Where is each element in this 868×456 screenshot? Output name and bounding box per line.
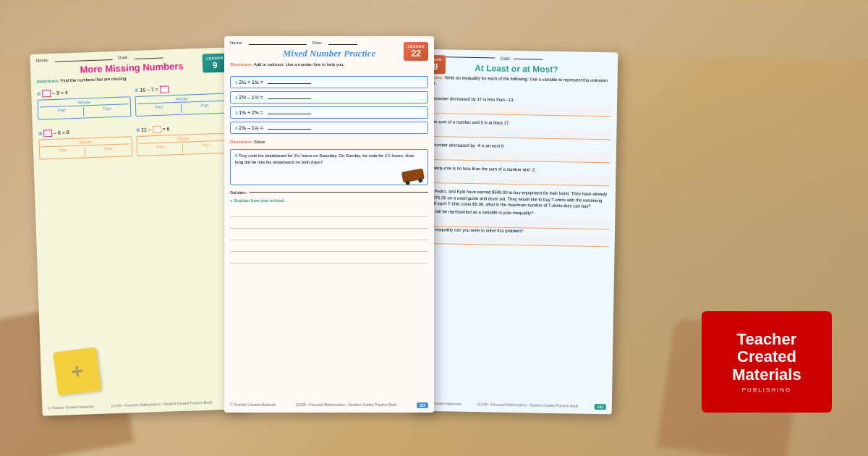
pw-box-2: Whole Part Part [135,93,229,116]
lesson-num-m: 22 [407,48,425,59]
name-line [54,56,112,62]
frac-problem-4: 4 2¾ – 1¼ = [230,122,428,134]
ws-middle-directions2: Directions: Solve. [224,140,434,145]
copyright-left: © Teacher Created Materials [48,404,94,411]
wl-5 [230,253,428,263]
worksheet-right: LESSON 19 Name: Date: At Least or at Mos… [409,49,618,415]
eq-1-text: – 9 = 4 [52,90,68,96]
ws-middle-header: Name: Date: LESSON 22 Mixed Number Pract… [224,36,434,73]
problem-2: ② 15 – 7 = Whole Part Part [135,83,229,116]
name-label: Name: [36,58,49,63]
ws-middle-footer: © Teacher Created Materials 21205—Focuse… [224,402,434,408]
tcm-line3: Materials [732,366,801,384]
ineq-2: 2 The sum of a number and 5 is at least … [420,117,610,140]
explain-text: Explain how you solved. [234,198,285,203]
missing-grid: ① – 9 = 4 Whole Part Part [31,83,236,160]
ineq-ans-1 [420,103,611,117]
eq-3: ③ – 8 = 8 [38,127,132,137]
copyright-m: © Teacher Created Materials [230,402,276,408]
fp-num-4: 4 [235,126,237,130]
lesson-badge-middle: LESSON 22 [404,42,428,61]
directions-bold-m: Directions: [230,62,252,67]
eq-4-text: 11 – [141,127,151,132]
ws-right-name-date: LESSON 19 Name: Date: [421,54,612,63]
skateboard-icon [401,168,425,182]
pw-part-4b: Part [184,142,228,152]
fp-eq-2: 2½ – 1½ = [239,95,264,100]
ws-middle-name-date: Name: Date: [230,41,428,45]
doodle-plus [53,347,101,396]
ineq-ans-2 [420,126,610,140]
date-row: Date: [501,56,542,62]
subtitle-left: 21202—Focused Mathematics—Student Guided… [111,400,212,410]
ineq-3: 3 A number decreased by -4 is at most 9. [420,140,610,163]
tcm-line1: Teacher [732,331,801,348]
problem-3: ③ – 8 = 8 Whole Part Part [38,127,132,159]
subtitle-r: 21208—Focused Mathematics—Student Guided… [477,402,578,409]
pw-box-4: Whole Part Part [136,132,230,156]
frac-problem-3: 3 1⅜ + 2⅝ = [230,106,428,119]
ineq-text-4: Twenty-one is no less than the sum of a … [429,166,536,172]
pw-parts-1: Part Part [40,106,129,117]
ineq-text-5: Li, Pedro, and Kyle have earned $500.00 … [419,189,607,208]
ws-right-header: LESSON 19 Name: Date: At Least or at Mos… [414,49,618,95]
pw-box-3: Whole Part Part [38,136,132,159]
ineq-1: 1 A number decreased by 17 is less than … [420,94,611,117]
story-problem: 5 Troy rode his skateboard for 2¼ hours … [230,149,428,185]
ineq-4: 4 Twenty-one is no less than the sum of … [419,164,610,186]
page-num-r: 132 [594,404,605,410]
worksheet-left: Name: Date: LESSON 9 More Missing Number… [30,47,244,415]
fp-num-3: 3 [235,111,237,115]
eq-2-text: 15 – 7 = [140,87,158,93]
solution-label: Solution: [230,190,247,195]
pw-part-1a: Part [40,107,84,117]
eq-4: ④ 11 – = 6 [136,123,229,133]
pw-part-3a: Part [41,147,85,157]
tcm-line2: Created [732,348,801,366]
ineq-text-3: A number decreased by -4 is at most 9. [429,143,504,148]
ws-right-directions: Directions: Write an inequality for each… [420,75,611,90]
ws-left-header: Name: Date: LESSON 9 More Missing Number… [30,47,234,90]
fp-ans-4 [268,129,311,130]
p1-num: ① [37,91,41,96]
directions-text-r: Write an inequality for each of the foll… [421,75,608,85]
ineq-5-sub: A. What will be represented as a variabl… [418,208,610,247]
pw-part-3b: Part [87,145,130,156]
ws-middle-title: Mixed Number Practice [230,48,428,59]
eq-3-text: – 8 = 8 [54,130,69,136]
missing-box-4 [153,126,161,133]
pw-part-1b: Part [85,106,129,116]
pw-part-4a: Part [139,144,183,154]
ineq-5: 5 Li, Pedro, and Kyle have earned $500.0… [418,187,610,247]
eq-4-text2: = 6 [163,127,170,132]
lesson-num: 9 [206,60,224,71]
pw-parts-2: Part Part [137,102,226,114]
p4-num: ④ [136,127,140,132]
directions-bold: Directions: [37,79,60,84]
date-line-m [328,41,357,45]
explain-btn: Explain how you solved. [224,197,434,204]
writing-lines [224,204,434,268]
inequality-problems: 1 A number decreased by 17 is less than … [412,91,618,254]
directions-text-m2: Solve. [254,140,266,144]
name-line-r [437,56,495,58]
problem-4: ④ 11 – = 6 Whole Part Part [136,123,230,156]
tcm-logo-text: Teacher Created Materials [732,331,801,384]
page-num-m: 153 [417,402,428,408]
ws-middle-directions: Directions: Add or subtract. Use a numbe… [230,62,428,68]
pw-box-1: Whole Part Part [38,96,132,119]
ineq-ans-5b [418,234,609,248]
date-label-m: Date: [312,41,323,45]
missing-box-1 [42,90,51,97]
solution-row: Solution: [224,188,434,197]
pw-parts-3: Part Part [41,145,130,157]
wl-4 [230,242,428,252]
ws-right-footer: © Teacher Created Materials 21208—Focuse… [409,401,612,410]
fp-num-1: 1 [235,80,237,85]
fp-num-2: 2 [235,96,237,100]
ws-left-footer: © Teacher Created Materials 21202—Focuse… [42,399,244,412]
wl-3 [230,230,428,240]
wl-2 [230,219,428,229]
missing-box-3 [43,130,52,137]
frac-problem-2: 2 2½ – 1½ = [230,91,428,104]
